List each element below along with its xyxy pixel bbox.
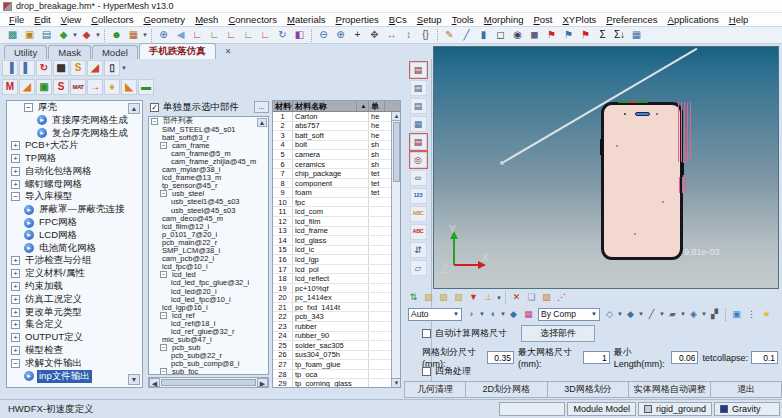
export-arrow-icon[interactable]: → <box>87 79 103 95</box>
user-profiles-icon[interactable]: ☻ <box>109 28 124 43</box>
component-tree-item[interactable]: tp_sensor@45_r <box>149 182 268 190</box>
material-row[interactable]: 5camerash <box>273 150 400 160</box>
solid-cube-icon[interactable]: ◼ <box>527 28 542 43</box>
overflow-dots-icon[interactable]: ⋮ <box>745 308 758 321</box>
ramp2-icon[interactable]: ◣ <box>121 79 137 95</box>
collapse-icon[interactable]: − <box>160 344 167 351</box>
field-input[interactable] <box>583 351 610 364</box>
brackets-icon-caret[interactable]: ▼ <box>121 60 127 76</box>
collapse-icon[interactable]: − <box>160 190 167 197</box>
scroll-up-icon[interactable]: ▲ <box>257 118 267 127</box>
materials-table-scrollbar[interactable]: ▲ ▼ <box>391 112 400 387</box>
s-load-icon[interactable]: S <box>53 79 69 95</box>
status-box-2[interactable]: rigid_ground <box>638 402 712 416</box>
expand-icon[interactable]: + <box>11 180 20 189</box>
link-edges-icon[interactable]: ✎ <box>442 28 457 43</box>
auto-mesh-size-checkbox[interactable] <box>422 329 431 338</box>
export-icon[interactable]: ◆ <box>79 28 94 43</box>
folder-cube-icon[interactable]: ▨ <box>452 291 465 304</box>
color-mode-combo[interactable]: By Comp ▼ <box>538 308 600 321</box>
save-model-icon[interactable]: ▤ <box>39 28 54 43</box>
action-button-3[interactable]: 实体网格自动调整 <box>628 381 711 398</box>
shaded-mesh-icon[interactable]: ◖ <box>486 308 499 321</box>
view-zx-icon[interactable]: ∟ <box>241 28 256 43</box>
menu-applications[interactable]: Applications <box>663 14 724 25</box>
expand-icon[interactable]: + <box>11 346 20 355</box>
spreadsheet-icon[interactable]: ▦ <box>629 28 644 43</box>
phone-model[interactable] <box>601 102 683 260</box>
expand-icon[interactable]: + <box>11 308 20 317</box>
wireframe-elements-icon-caret[interactable]: ▼ <box>617 308 623 321</box>
material-row[interactable]: 15lcd_ic <box>273 246 400 256</box>
flag-red-icon[interactable]: ⚑ <box>544 28 559 43</box>
expand-icon[interactable]: + <box>11 154 20 163</box>
spring-icon[interactable]: S <box>70 60 86 76</box>
workflow-tree-item[interactable]: −厚壳 <box>7 101 142 114</box>
labels-abc-icon[interactable]: ABC <box>410 206 427 222</box>
material-row[interactable]: 6ceramicssh <box>273 160 400 170</box>
view-yz-icon[interactable]: ∟ <box>258 28 273 43</box>
material-row[interactable]: 25solder_sac305 <box>273 341 400 351</box>
action-button-1[interactable]: 2D划分网格 <box>465 381 548 398</box>
folder-title-icon[interactable]: ▨ <box>437 291 450 304</box>
workflow-tree-item[interactable]: ▸LCD网格 <box>7 229 142 242</box>
material-row[interactable]: 4boltsh <box>273 141 400 151</box>
material-row[interactable]: 23rubber <box>273 322 400 332</box>
folder-down-icon[interactable]: ▼ <box>467 291 480 304</box>
menu-connectors[interactable]: Connectors <box>223 14 282 25</box>
note-plane-icon[interactable]: ▱ <box>410 260 427 276</box>
pcb-icon[interactable]: ▬ <box>138 79 154 95</box>
menu-view[interactable]: View <box>56 14 86 25</box>
workflow-tree-item[interactable]: +OUTPUT定义 <box>7 331 142 344</box>
load-export-icon[interactable]: ⇅ <box>407 291 420 304</box>
panel-undock-icon[interactable]: ▌ <box>19 60 35 76</box>
color-grid-icon[interactable]: ▩ <box>53 60 69 76</box>
connector-springs-icon[interactable]: ⇵ <box>410 242 427 258</box>
flag-blue-icon[interactable]: ⚑ <box>561 28 576 43</box>
field-input[interactable] <box>487 351 514 364</box>
flag-red2-icon[interactable]: ⚑ <box>578 28 593 43</box>
refresh-macro-icon[interactable]: ↻ <box>36 60 52 76</box>
component-tree-item[interactable]: −sub_fpc <box>149 368 268 375</box>
flip-plane-icon[interactable]: ◧ <box>292 28 307 43</box>
menu-properties[interactable]: Properties <box>331 14 384 25</box>
workflow-tree-item[interactable]: ▸复合厚壳网格生成 <box>7 127 142 140</box>
tab-model[interactable]: Model <box>92 45 138 59</box>
expand-icon[interactable]: + <box>11 295 20 304</box>
checkbox-checked-icon[interactable]: ✓ <box>150 103 159 112</box>
scroll-down-icon[interactable]: ▼ <box>392 378 401 387</box>
material-row[interactable]: 19pc+10%gf <box>273 284 400 294</box>
menu-bcs[interactable]: BCs <box>384 14 412 25</box>
green-panel-icon[interactable]: ▣ <box>36 79 52 95</box>
collapse-icon[interactable]: − <box>160 312 167 319</box>
scroll-up-icon[interactable]: ▲ <box>128 103 140 114</box>
numbers-123-icon[interactable]: 123 <box>410 188 427 204</box>
folder-axis-icon-caret[interactable]: ▼ <box>496 295 502 301</box>
more-options-button[interactable]: ... <box>254 101 269 113</box>
menu-help[interactable]: Help <box>724 14 754 25</box>
material-row[interactable]: 14lcd_glass <box>273 236 400 246</box>
material-row[interactable]: 8componenttet <box>273 179 400 189</box>
menu-morphing[interactable]: Morphing <box>479 14 529 25</box>
organize-icon-caret[interactable]: ▼ <box>142 32 148 38</box>
shaded-elements-icon-caret[interactable]: ▼ <box>638 308 644 321</box>
material-row[interactable]: 18lcd_reflect <box>273 274 400 284</box>
collapse-icon[interactable]: − <box>160 142 167 149</box>
menu-edit[interactable]: Edit <box>29 14 55 25</box>
quad-handling-checkbox[interactable] <box>422 367 431 376</box>
monitor-icon[interactable]: ▣ <box>730 308 743 321</box>
material-row[interactable]: 13lcd_frame <box>273 227 400 237</box>
shaded-elements-icon[interactable]: ◆ <box>624 308 637 321</box>
workflow-tree-item[interactable]: ▸FPC网格 <box>7 216 142 229</box>
collapse-icon[interactable]: − <box>24 103 33 112</box>
tab-utility[interactable]: Utility <box>4 45 47 59</box>
transparency-icon[interactable]: ◈ <box>687 308 700 321</box>
entity-type-combo[interactable]: Auto ▼ <box>408 308 462 321</box>
arrows-ud-icon[interactable]: ↕ <box>401 28 416 43</box>
graphics-viewport[interactable]: 9.81e-03 Y X Z <box>433 46 779 289</box>
workflow-tree-item[interactable]: +TP网格 <box>7 152 142 165</box>
center-view-icon[interactable]: + <box>350 28 365 43</box>
select-parts-button[interactable]: 选择部件 <box>521 325 595 342</box>
action-button-4[interactable]: 退出 <box>710 381 782 398</box>
view-yx-icon[interactable]: ∟ <box>207 28 222 43</box>
